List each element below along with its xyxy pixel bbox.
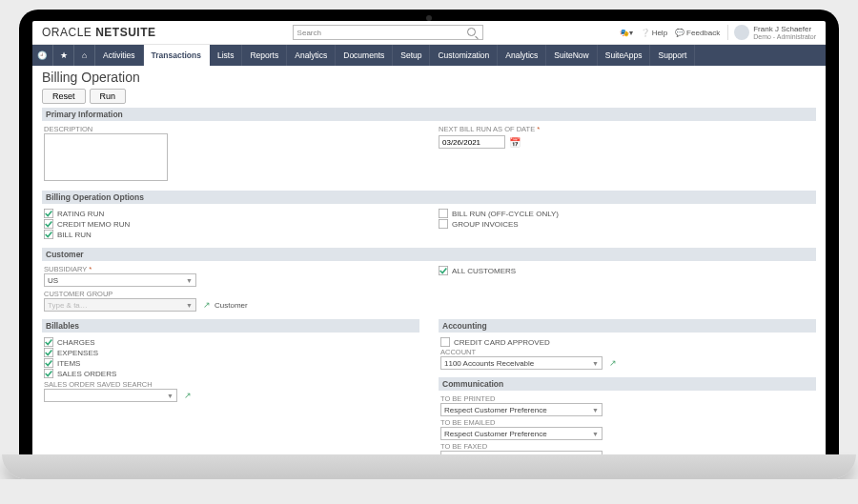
- section-options: Billing Operation Options: [42, 191, 816, 204]
- description-label: DESCRIPTION: [44, 125, 419, 133]
- favorites-icon[interactable]: ★: [53, 45, 74, 66]
- nav-lists[interactable]: Lists: [210, 45, 242, 66]
- sales-orders-checkbox[interactable]: SALES ORDERS: [44, 369, 418, 378]
- customer-link[interactable]: Customer: [214, 301, 248, 310]
- account-select[interactable]: 1100 Accounts Receivable▼: [440, 356, 603, 370]
- to-be-faxed-label: TO BE FAXED: [440, 442, 814, 451]
- to-be-emailed-label: TO BE EMAILED: [440, 418, 814, 427]
- user-menu[interactable]: Frank J Schaefer Demo - Administrator: [727, 25, 816, 40]
- search-placeholder: Search: [297, 29, 467, 37]
- calendar-icon[interactable]: 📅: [509, 137, 521, 148]
- to-be-emailed-select[interactable]: Respect Customer Preference▼: [440, 427, 603, 440]
- open-record-icon[interactable]: ↗: [203, 300, 211, 310]
- to-be-printed-label: TO BE PRINTED: [440, 394, 814, 403]
- to-be-printed-select[interactable]: Respect Customer Preference▼: [440, 403, 603, 416]
- top-utility-bar: ORACLE NETSUITE Search 🎭▾ ❔ Help 💬 Feedb…: [32, 21, 826, 45]
- svg-rect-4: [439, 219, 447, 228]
- nav-reports[interactable]: Reports: [242, 45, 287, 66]
- recent-icon[interactable]: 🕘: [32, 45, 53, 66]
- next-bill-run-input[interactable]: [439, 135, 505, 149]
- global-search[interactable]: Search: [293, 25, 483, 40]
- svg-rect-3: [439, 209, 447, 217]
- brand-logo: ORACLE NETSUITE: [42, 26, 156, 39]
- feedback-link[interactable]: 💬 Feedback: [675, 29, 720, 37]
- rating-run-checkbox[interactable]: RATING RUN: [44, 209, 419, 218]
- charges-checkbox[interactable]: CHARGES: [44, 337, 418, 347]
- help-link[interactable]: ❔ Help: [641, 29, 667, 37]
- nav-setup[interactable]: Setup: [393, 45, 430, 66]
- cc-approved-checkbox[interactable]: CREDIT CARD APPROVED: [440, 337, 814, 347]
- so-saved-search-label: SALES ORDER SAVED SEARCH: [44, 380, 418, 389]
- credit-memo-run-checkbox[interactable]: CREDIT MEMO RUN: [44, 219, 419, 229]
- subsidiary-label: SUBSIDIARY: [44, 265, 419, 273]
- search-icon: [467, 28, 479, 38]
- so-saved-search-select[interactable]: ▼: [44, 389, 177, 402]
- all-customers-checkbox[interactable]: ALL CUSTOMERS: [439, 266, 814, 275]
- user-role: Demo - Administrator: [753, 33, 816, 40]
- nav-support[interactable]: Support: [650, 45, 695, 66]
- svg-rect-10: [440, 337, 449, 346]
- account-label: ACCOUNT: [440, 348, 814, 356]
- section-primary: Primary Information: [42, 108, 816, 121]
- nav-documents[interactable]: Documents: [336, 45, 393, 66]
- run-button[interactable]: Run: [90, 89, 127, 104]
- expenses-checkbox[interactable]: EXPENSES: [44, 348, 418, 357]
- user-name: Frank J Schaefer: [753, 25, 816, 33]
- items-checkbox[interactable]: ITEMS: [44, 358, 418, 368]
- off-cycle-checkbox[interactable]: BILL RUN (OFF-CYCLE ONLY): [439, 209, 814, 218]
- open-record-icon[interactable]: ↗: [184, 391, 192, 400]
- nav-suiteapps[interactable]: SuiteApps: [598, 45, 651, 66]
- section-communication: Communication: [439, 377, 816, 391]
- nav-activities[interactable]: Activities: [95, 45, 144, 66]
- page-title: Billing Operation: [42, 70, 816, 85]
- home-icon[interactable]: ⌂: [74, 45, 95, 66]
- customer-group-select[interactable]: Type & ta…▼: [44, 298, 196, 312]
- nav-customization[interactable]: Customization: [430, 45, 498, 66]
- section-billables: Billables: [42, 319, 419, 333]
- group-invoices-checkbox[interactable]: GROUP INVOICES: [439, 219, 814, 229]
- nav-suitenow[interactable]: SuiteNow: [546, 45, 597, 66]
- to-be-faxed-select[interactable]: Respect Customer Preference▼: [440, 451, 603, 454]
- section-accounting: Accounting: [439, 319, 816, 333]
- customer-group-label: CUSTOMER GROUP: [44, 290, 419, 298]
- nav-analytics-2[interactable]: Analytics: [498, 45, 546, 66]
- role-switch-icon[interactable]: 🎭▾: [620, 29, 633, 37]
- bill-run-checkbox[interactable]: BILL RUN: [44, 230, 419, 239]
- description-input[interactable]: [44, 133, 168, 181]
- subsidiary-select[interactable]: US▼: [44, 273, 196, 287]
- reset-button[interactable]: Reset: [42, 89, 86, 104]
- nav-transactions[interactable]: Transactions: [144, 45, 210, 66]
- section-customer: Customer: [42, 248, 816, 261]
- nav-analytics[interactable]: Analytics: [287, 45, 336, 66]
- open-record-icon[interactable]: ↗: [609, 358, 617, 368]
- next-bill-run-label: NEXT BILL RUN AS OF DATE: [439, 125, 814, 133]
- avatar-icon: [734, 25, 749, 40]
- main-nav: 🕘 ★ ⌂ Activities Transactions Lists Repo…: [32, 45, 826, 66]
